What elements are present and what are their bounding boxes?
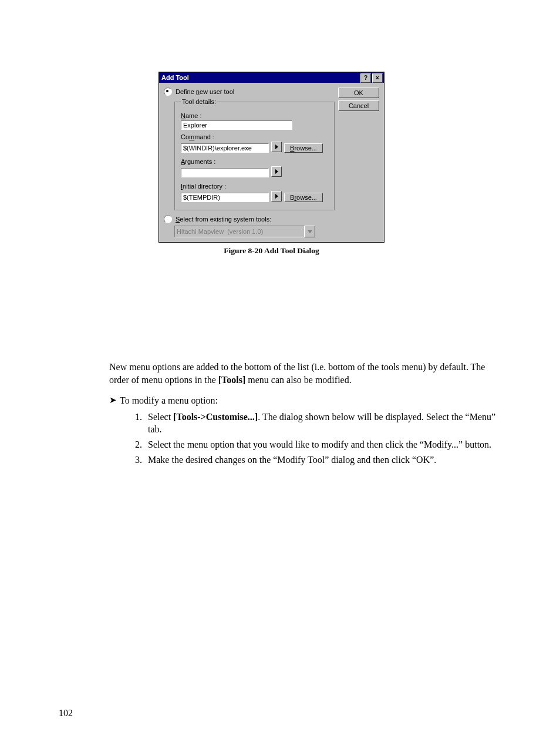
initdir-menu-button[interactable] [271, 191, 282, 202]
system-tools-field [174, 226, 305, 237]
system-tools-combo [174, 226, 315, 237]
bullet-text: To modify a menu option: [120, 394, 218, 407]
initdir-browse-button[interactable]: Browse... [284, 193, 323, 202]
arrow-right-icon [275, 194, 278, 199]
initdir-field[interactable] [181, 193, 269, 202]
bullet-modify-menu: ➤ To modify a menu option: [109, 394, 501, 407]
radio-select-existing[interactable]: Select from existing system tools: [164, 215, 335, 223]
name-label: Name : [181, 112, 328, 119]
command-field[interactable] [181, 143, 269, 153]
step-3: Make the desired changes on the “Modify … [144, 454, 501, 466]
body-text: New menu options are added to the bottom… [109, 361, 501, 468]
ok-button[interactable]: OK [338, 88, 379, 98]
cancel-button[interactable]: Cancel [338, 100, 379, 111]
step-2: Select the menu option that you would li… [144, 438, 501, 451]
bullet-icon: ➤ [109, 394, 120, 406]
steps-list: Select [Tools->Customise...]. The dialog… [144, 411, 501, 466]
step-1: Select [Tools->Customise...]. The dialog… [144, 411, 501, 436]
step1-b: [Tools->Customise...] [173, 412, 258, 422]
command-label: Command : [181, 133, 328, 140]
titlebar: Add Tool ? × [159, 72, 384, 83]
para1-c: menu can also be modified. [245, 375, 351, 385]
radio-unselected-icon [164, 215, 172, 223]
page-number: 102 [59, 708, 73, 719]
step1-a: Select [148, 412, 173, 422]
chevron-down-icon [308, 230, 312, 233]
para1-b: [Tools] [218, 375, 246, 385]
help-icon[interactable]: ? [360, 73, 371, 83]
arrow-right-icon [275, 169, 278, 174]
tool-details-legend: Tool details: [181, 98, 217, 105]
radio-selected-icon [164, 88, 172, 96]
command-menu-button[interactable] [271, 142, 282, 152]
arguments-menu-button[interactable] [271, 166, 282, 177]
arguments-label: Arguments : [181, 158, 328, 165]
add-tool-dialog-figure: Add Tool ? × Define new user tool Tool d… [158, 72, 384, 256]
name-field[interactable] [181, 120, 292, 130]
radio-define-new-user-tool[interactable]: Define new user tool [164, 88, 335, 96]
dropdown-button [305, 226, 315, 237]
radio-define-label: Define new user tool [176, 88, 234, 95]
command-browse-button[interactable]: Browse... [284, 143, 323, 153]
radio-select-label: Select from existing system tools: [176, 216, 271, 223]
arguments-field[interactable] [181, 168, 269, 177]
close-icon[interactable]: × [372, 73, 383, 83]
figure-caption: Figure 8-20 Add Tool Dialog [158, 246, 384, 256]
arrow-right-icon [275, 145, 278, 149]
paragraph-intro: New menu options are added to the bottom… [109, 361, 501, 386]
add-tool-dialog: Add Tool ? × Define new user tool Tool d… [158, 72, 384, 243]
initdir-label: Initial directory : [181, 183, 328, 190]
tool-details-group: Tool details: Name : Command : Browse...… [174, 98, 335, 210]
dialog-title: Add Tool [161, 72, 189, 83]
